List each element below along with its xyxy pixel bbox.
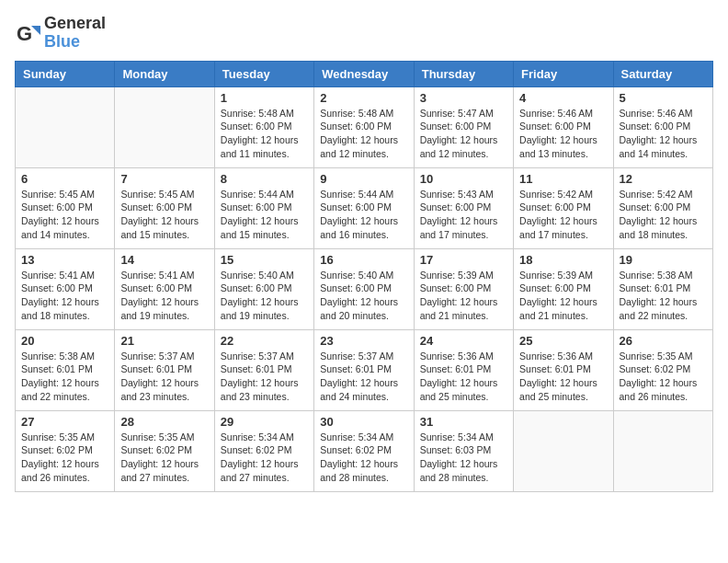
calendar-week-row: 20Sunrise: 5:38 AM Sunset: 6:01 PM Dayli… — [16, 329, 713, 410]
day-number: 5 — [620, 91, 707, 105]
calendar-cell: 19Sunrise: 5:38 AM Sunset: 6:01 PM Dayli… — [613, 248, 712, 329]
calendar-cell: 24Sunrise: 5:36 AM Sunset: 6:01 PM Dayli… — [414, 329, 513, 410]
calendar-cell: 29Sunrise: 5:34 AM Sunset: 6:02 PM Dayli… — [214, 410, 313, 491]
day-number: 30 — [320, 415, 407, 429]
day-info: Sunrise: 5:43 AM Sunset: 6:00 PM Dayligh… — [420, 188, 507, 242]
logo-icon: G — [15, 20, 40, 46]
day-info: Sunrise: 5:35 AM Sunset: 6:02 PM Dayligh… — [620, 350, 707, 404]
calendar-cell: 28Sunrise: 5:35 AM Sunset: 6:02 PM Dayli… — [115, 410, 214, 491]
calendar-cell: 13Sunrise: 5:41 AM Sunset: 6:00 PM Dayli… — [16, 248, 115, 329]
calendar-cell: 11Sunrise: 5:42 AM Sunset: 6:00 PM Dayli… — [514, 167, 613, 248]
day-info: Sunrise: 5:40 AM Sunset: 6:00 PM Dayligh… — [221, 269, 308, 323]
day-info: Sunrise: 5:35 AM Sunset: 6:02 PM Dayligh… — [120, 431, 208, 485]
calendar-week-row: 13Sunrise: 5:41 AM Sunset: 6:00 PM Dayli… — [16, 248, 713, 329]
day-info: Sunrise: 5:45 AM Sunset: 6:00 PM Dayligh… — [120, 188, 208, 242]
day-number: 11 — [519, 172, 607, 186]
calendar-cell: 12Sunrise: 5:42 AM Sunset: 6:00 PM Dayli… — [613, 167, 712, 248]
calendar-week-row: 27Sunrise: 5:35 AM Sunset: 6:02 PM Dayli… — [16, 410, 713, 491]
calendar-cell: 1Sunrise: 5:48 AM Sunset: 6:00 PM Daylig… — [214, 86, 313, 167]
weekday-header-row: SundayMondayTuesdayWednesdayThursdayFrid… — [16, 61, 713, 86]
day-info: Sunrise: 5:40 AM Sunset: 6:00 PM Dayligh… — [320, 269, 407, 323]
logo: G General Blue — [15, 15, 106, 52]
day-number: 18 — [519, 253, 607, 267]
day-info: Sunrise: 5:44 AM Sunset: 6:00 PM Dayligh… — [320, 188, 407, 242]
day-number: 9 — [320, 172, 407, 186]
calendar-cell: 21Sunrise: 5:37 AM Sunset: 6:01 PM Dayli… — [115, 329, 214, 410]
calendar-cell: 16Sunrise: 5:40 AM Sunset: 6:00 PM Dayli… — [314, 248, 414, 329]
day-info: Sunrise: 5:41 AM Sunset: 6:00 PM Dayligh… — [120, 269, 208, 323]
day-number: 24 — [420, 334, 507, 348]
calendar-cell — [514, 410, 613, 491]
calendar-cell: 3Sunrise: 5:47 AM Sunset: 6:00 PM Daylig… — [414, 86, 513, 167]
day-number: 8 — [221, 172, 308, 186]
day-info: Sunrise: 5:44 AM Sunset: 6:00 PM Dayligh… — [221, 188, 308, 242]
day-number: 14 — [120, 253, 208, 267]
day-info: Sunrise: 5:42 AM Sunset: 6:00 PM Dayligh… — [620, 188, 707, 242]
calendar-cell: 30Sunrise: 5:34 AM Sunset: 6:02 PM Dayli… — [314, 410, 414, 491]
day-info: Sunrise: 5:48 AM Sunset: 6:00 PM Dayligh… — [221, 107, 308, 161]
day-number: 21 — [120, 334, 208, 348]
calendar-cell — [613, 410, 712, 491]
calendar-cell: 15Sunrise: 5:40 AM Sunset: 6:00 PM Dayli… — [214, 248, 313, 329]
calendar-week-row: 1Sunrise: 5:48 AM Sunset: 6:00 PM Daylig… — [16, 86, 713, 167]
calendar-cell: 9Sunrise: 5:44 AM Sunset: 6:00 PM Daylig… — [314, 167, 414, 248]
calendar-cell: 6Sunrise: 5:45 AM Sunset: 6:00 PM Daylig… — [16, 167, 115, 248]
day-number: 1 — [221, 91, 308, 105]
weekday-header-saturday: Saturday — [613, 61, 712, 86]
day-number: 10 — [420, 172, 507, 186]
day-info: Sunrise: 5:36 AM Sunset: 6:01 PM Dayligh… — [519, 350, 607, 404]
calendar-cell — [16, 86, 115, 167]
weekday-header-thursday: Thursday — [414, 61, 513, 86]
day-info: Sunrise: 5:47 AM Sunset: 6:00 PM Dayligh… — [420, 107, 507, 161]
day-number: 25 — [519, 334, 607, 348]
calendar-cell — [115, 86, 214, 167]
day-info: Sunrise: 5:46 AM Sunset: 6:00 PM Dayligh… — [519, 107, 607, 161]
day-number: 29 — [221, 415, 308, 429]
calendar-cell: 5Sunrise: 5:46 AM Sunset: 6:00 PM Daylig… — [613, 86, 712, 167]
weekday-header-sunday: Sunday — [16, 61, 115, 86]
calendar-body: 1Sunrise: 5:48 AM Sunset: 6:00 PM Daylig… — [16, 86, 713, 491]
day-info: Sunrise: 5:34 AM Sunset: 6:02 PM Dayligh… — [221, 431, 308, 485]
calendar-cell: 10Sunrise: 5:43 AM Sunset: 6:00 PM Dayli… — [414, 167, 513, 248]
day-number: 26 — [620, 334, 707, 348]
day-info: Sunrise: 5:38 AM Sunset: 6:01 PM Dayligh… — [21, 350, 108, 404]
day-number: 31 — [420, 415, 507, 429]
logo-text: General — [44, 15, 106, 33]
calendar-cell: 25Sunrise: 5:36 AM Sunset: 6:01 PM Dayli… — [514, 329, 613, 410]
calendar-cell: 4Sunrise: 5:46 AM Sunset: 6:00 PM Daylig… — [514, 86, 613, 167]
day-number: 2 — [320, 91, 407, 105]
calendar-cell: 17Sunrise: 5:39 AM Sunset: 6:00 PM Dayli… — [414, 248, 513, 329]
day-info: Sunrise: 5:37 AM Sunset: 6:01 PM Dayligh… — [221, 350, 308, 404]
day-number: 13 — [21, 253, 108, 267]
day-number: 23 — [320, 334, 407, 348]
calendar-cell: 22Sunrise: 5:37 AM Sunset: 6:01 PM Dayli… — [214, 329, 313, 410]
weekday-header-friday: Friday — [514, 61, 613, 86]
day-number: 7 — [120, 172, 208, 186]
day-number: 20 — [21, 334, 108, 348]
day-number: 28 — [120, 415, 208, 429]
calendar-table: SundayMondayTuesdayWednesdayThursdayFrid… — [15, 61, 713, 492]
day-info: Sunrise: 5:38 AM Sunset: 6:01 PM Dayligh… — [620, 269, 707, 323]
calendar-cell: 18Sunrise: 5:39 AM Sunset: 6:00 PM Dayli… — [514, 248, 613, 329]
calendar-cell: 8Sunrise: 5:44 AM Sunset: 6:00 PM Daylig… — [214, 167, 313, 248]
svg-text:G: G — [17, 22, 32, 45]
calendar-header: SundayMondayTuesdayWednesdayThursdayFrid… — [16, 61, 713, 86]
day-info: Sunrise: 5:42 AM Sunset: 6:00 PM Dayligh… — [519, 188, 607, 242]
day-number: 12 — [620, 172, 707, 186]
calendar-cell: 23Sunrise: 5:37 AM Sunset: 6:01 PM Dayli… — [314, 329, 414, 410]
day-number: 15 — [221, 253, 308, 267]
page-header: G General Blue — [15, 15, 713, 52]
day-info: Sunrise: 5:45 AM Sunset: 6:00 PM Dayligh… — [21, 188, 108, 242]
day-number: 22 — [221, 334, 308, 348]
calendar-cell: 26Sunrise: 5:35 AM Sunset: 6:02 PM Dayli… — [613, 329, 712, 410]
day-info: Sunrise: 5:35 AM Sunset: 6:02 PM Dayligh… — [21, 431, 108, 485]
day-info: Sunrise: 5:36 AM Sunset: 6:01 PM Dayligh… — [420, 350, 507, 404]
day-number: 6 — [21, 172, 108, 186]
day-info: Sunrise: 5:34 AM Sunset: 6:02 PM Dayligh… — [320, 431, 407, 485]
svg-marker-1 — [31, 26, 40, 35]
calendar-cell: 31Sunrise: 5:34 AM Sunset: 6:03 PM Dayli… — [414, 410, 513, 491]
weekday-header-monday: Monday — [115, 61, 214, 86]
logo-text-blue: Blue — [44, 33, 106, 52]
day-number: 4 — [519, 91, 607, 105]
calendar-cell: 7Sunrise: 5:45 AM Sunset: 6:00 PM Daylig… — [115, 167, 214, 248]
